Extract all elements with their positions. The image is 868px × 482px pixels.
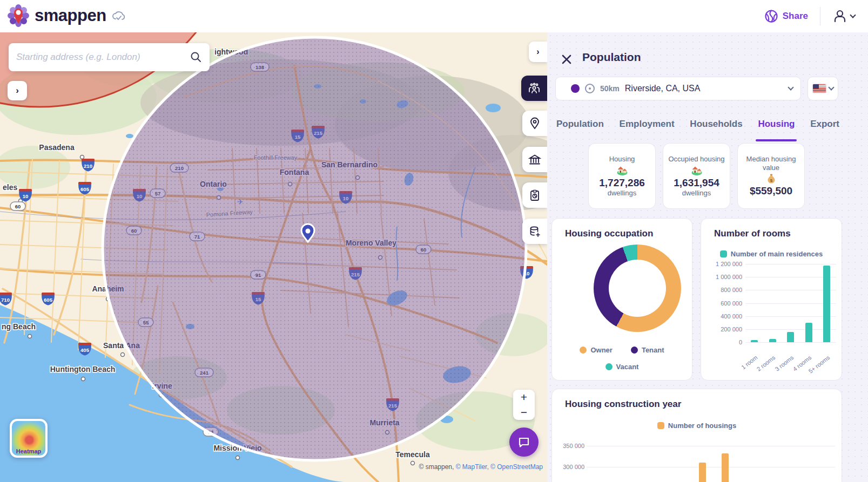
city-dot — [236, 456, 240, 460]
stat-value: 1,631,954 — [674, 177, 719, 189]
analytics-panel: Population 50km Riverside, CA, USA Popul… — [547, 32, 868, 482]
money-bag-icon: $ — [765, 172, 777, 184]
share-label: Share — [783, 11, 808, 22]
map-city-label: eles — [3, 183, 17, 192]
construction-bar[interactable] — [699, 463, 706, 482]
add-data-tool-button[interactable] — [522, 219, 547, 244]
map-city-label: Huntington Beach — [50, 365, 116, 374]
zone-place: Riverside, CA, USA — [625, 84, 783, 93]
donut-legend: Vacant — [552, 363, 692, 371]
search-input[interactable] — [16, 52, 190, 63]
tab-housing[interactable]: Housing — [758, 119, 795, 141]
zoom-control: + − — [513, 390, 535, 420]
population-tool-button[interactable] — [521, 76, 547, 101]
stat-unit: dwellings — [608, 189, 636, 197]
smappen-logo[interactable]: smappen — [8, 4, 126, 27]
location-pin-icon — [528, 117, 541, 130]
y-tick: 1 000 000 — [703, 274, 742, 280]
left-panel-expand-button[interactable]: › — [8, 81, 27, 100]
heatmap-toggle[interactable]: Heatmap — [10, 419, 48, 458]
zoom-out-button[interactable]: − — [513, 405, 535, 420]
legend-item: Vacant — [605, 363, 639, 371]
smappen-flower-icon — [8, 4, 29, 27]
construction-bar-chart[interactable]: 350 000300 000 — [552, 389, 842, 482]
search-icon[interactable] — [190, 51, 202, 63]
bar-4 rooms[interactable] — [805, 323, 812, 342]
bar-1 room[interactable] — [751, 340, 758, 342]
top-bar: smappen Share — [0, 0, 868, 32]
zoom-in-button[interactable]: + — [513, 390, 535, 405]
report-tool-button[interactable] — [522, 182, 547, 208]
attribution-osm-link[interactable]: © OpenStreetMap — [490, 463, 543, 471]
y-tick: 600 000 — [703, 300, 742, 307]
collapse-panel-button[interactable]: › — [529, 42, 547, 62]
stat-value: $559,500 — [750, 185, 792, 197]
stat-value: 1,727,286 — [599, 177, 645, 189]
y-tick: 400 000 — [703, 313, 742, 320]
heatmap-preview: Heatmap — [12, 421, 45, 456]
y-tick: 350 000 — [556, 443, 584, 449]
map-city-label: Temecula — [395, 450, 430, 459]
housing-occupation-donut[interactable] — [594, 245, 681, 332]
address-search — [9, 43, 210, 71]
globe-icon — [764, 9, 778, 23]
y-tick: 0 — [703, 339, 742, 345]
us-flag-icon — [813, 84, 826, 93]
panel-tabs: PopulationEmploymentHouseholdsHousingExp… — [556, 119, 839, 141]
share-button[interactable]: Share — [764, 9, 808, 23]
chart-title: Housing occupation — [565, 228, 653, 239]
route-shield-60: 60 — [10, 202, 25, 211]
tab-population[interactable]: Population — [556, 119, 604, 141]
legend-item: Tenant — [631, 346, 664, 354]
clipboard-chart-icon — [528, 189, 541, 202]
svg-text:710: 710 — [1, 297, 10, 303]
construction-bar[interactable] — [722, 453, 729, 482]
map-city-label: ng Beach — [2, 322, 36, 331]
stat-cards: Housing1,727,286dwellingsOccupied housin… — [588, 143, 805, 209]
map-base: ✈ PasadenaelesOntarioFontanaSan Bernardi… — [0, 32, 547, 482]
amenities-tool-button[interactable] — [522, 147, 547, 172]
stat-label: Housing — [609, 155, 635, 164]
y-tick: 1 200 000 — [703, 261, 742, 267]
map-canvas[interactable]: ✈ PasadenaelesOntarioFontanaSan Bernardi… — [0, 32, 547, 482]
chevron-down-icon — [788, 84, 793, 90]
heatmap-label: Heatmap — [12, 448, 45, 454]
housing-occupation-card: Housing occupation OwnerTenant Vacant — [551, 218, 692, 381]
stat-label: Occupied housing — [668, 155, 724, 164]
bar-5+ rooms[interactable] — [823, 266, 830, 342]
city-dot — [80, 155, 84, 159]
country-selector[interactable] — [808, 77, 838, 100]
svg-text:10: 10 — [23, 193, 29, 199]
topbar-divider — [820, 7, 820, 25]
places-tool-button[interactable] — [522, 111, 547, 136]
attribution-smappen: © smappen, — [419, 463, 454, 471]
rooms-bar-chart[interactable]: 1 200 0001 000 000800 000600 000400 0002… — [701, 219, 843, 381]
y-tick: 200 000 — [703, 326, 742, 332]
tab-employment[interactable]: Employment — [620, 119, 675, 141]
close-panel-icon[interactable] — [560, 53, 573, 66]
panel-title: Population — [582, 51, 641, 64]
bar-2 rooms[interactable] — [769, 339, 776, 342]
zone-selector-dropdown[interactable]: 50km Riverside, CA, USA — [555, 77, 801, 100]
y-tick: 800 000 — [703, 287, 742, 293]
houses-icon — [690, 164, 703, 176]
svg-text:210: 210 — [84, 163, 92, 169]
attribution-maptiler-link[interactable]: © MapTiler, — [456, 463, 489, 471]
stat-label: Median housing value — [742, 155, 800, 173]
legend-item: Owner — [580, 346, 612, 354]
tab-households[interactable]: Households — [690, 119, 742, 141]
map-city-label: Pasadena — [39, 143, 75, 152]
tab-export[interactable]: Export — [810, 119, 839, 141]
brand-name: smappen — [35, 6, 106, 25]
houses-icon — [616, 164, 629, 176]
city-dot — [82, 377, 85, 381]
cloud-sync-icon — [112, 10, 126, 22]
bar-3 rooms[interactable] — [787, 332, 794, 342]
stat-unit: dwellings — [682, 189, 711, 197]
account-menu-button[interactable] — [832, 9, 855, 24]
city-dot — [28, 335, 32, 338]
city-dot — [411, 461, 415, 465]
chat-button[interactable] — [509, 427, 539, 457]
radius-icon — [585, 84, 595, 93]
svg-text:405: 405 — [80, 347, 90, 353]
